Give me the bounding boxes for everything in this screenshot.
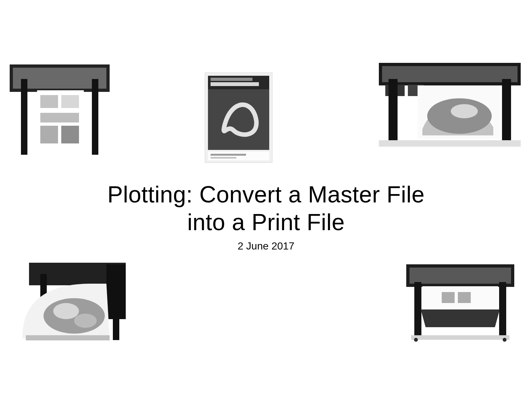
svg-rect-41	[442, 292, 455, 303]
svg-rect-23	[502, 79, 511, 143]
svg-point-33	[53, 303, 79, 319]
svg-rect-19	[382, 66, 517, 82]
svg-rect-42	[458, 292, 471, 303]
svg-rect-30	[113, 274, 119, 340]
acrobat-box-image	[205, 73, 272, 163]
plotter-c-image	[10, 255, 132, 343]
plotter-b-image	[379, 60, 521, 147]
svg-rect-35	[26, 335, 110, 340]
svg-rect-3	[92, 79, 98, 155]
slide: Plotting: Convert a Master File into a P…	[0, 0, 532, 411]
svg-rect-27	[379, 140, 521, 147]
plotter-a-image	[10, 60, 110, 158]
title-line-2: into a Print File	[0, 208, 532, 236]
svg-rect-17	[211, 157, 236, 159]
plotter-d-icon	[403, 261, 517, 342]
title-line-1: Plotting: Convert a Master File	[0, 181, 532, 208]
svg-rect-9	[61, 126, 79, 143]
svg-rect-37	[409, 268, 511, 284]
svg-point-44	[414, 338, 418, 342]
svg-point-45	[503, 338, 507, 342]
date-line: 2 June 2017	[0, 240, 532, 252]
plotter-d-image	[403, 261, 517, 342]
svg-rect-2	[21, 79, 27, 155]
svg-point-26	[451, 104, 478, 118]
svg-rect-6	[61, 95, 79, 108]
svg-rect-16	[211, 154, 246, 156]
svg-rect-5	[40, 95, 58, 108]
svg-rect-8	[40, 126, 58, 143]
svg-point-34	[74, 314, 97, 328]
svg-rect-39	[499, 282, 506, 337]
svg-rect-22	[389, 79, 398, 143]
acrobat-box-icon	[205, 73, 272, 163]
title-block: Plotting: Convert a Master File into a P…	[0, 181, 532, 252]
svg-rect-43	[411, 335, 509, 340]
plotter-c-icon	[10, 255, 132, 343]
svg-rect-38	[414, 282, 421, 337]
svg-rect-15	[208, 152, 269, 161]
svg-rect-13	[211, 78, 252, 81]
svg-rect-14	[211, 82, 259, 86]
plotter-b-icon	[379, 60, 521, 147]
plotter-a-icon	[10, 60, 110, 158]
svg-rect-7	[40, 113, 79, 122]
